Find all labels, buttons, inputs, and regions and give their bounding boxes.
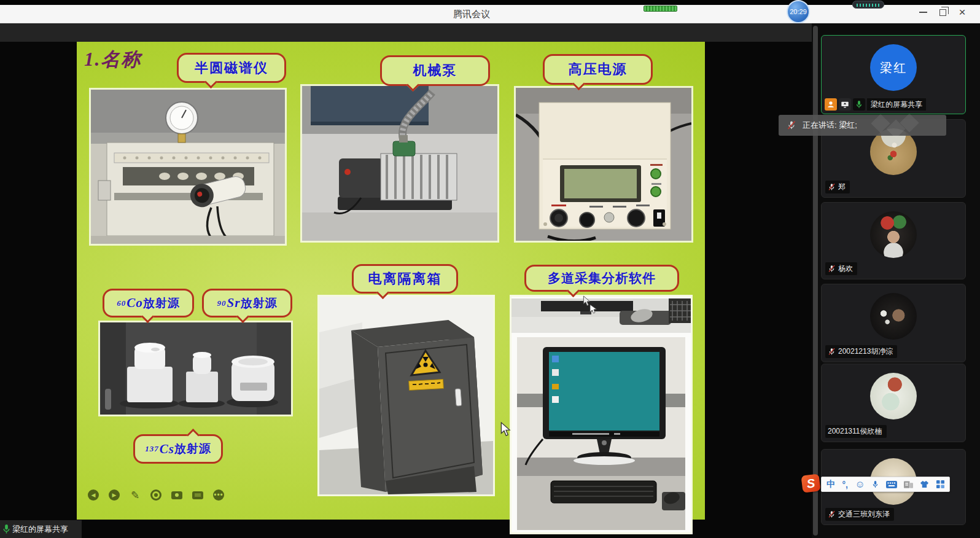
ionization-box-photo [317,295,495,496]
ime-voice-icon[interactable] [872,480,879,489]
ime-skin-icon[interactable] [920,480,929,488]
sidebar-scrollbar[interactable] [813,26,818,536]
presentation-slide: 1.名称 半圆磁谱仪 机械泵 高压电源 60Co放射源 90Sr放射源 [77,42,705,520]
minimize-button[interactable] [915,6,931,18]
element-symbol: Cs [160,442,174,457]
mouse-cursor-small [582,295,592,306]
restore-button[interactable] [935,6,951,18]
status-pill-indicator [852,1,884,9]
participant-name: 杨欢 [838,263,853,274]
callout-ionization-box: 电离隔离箱 [352,264,458,294]
mic-on-icon [2,524,11,534]
share-banner-text: 梁红的屏幕共享 [12,524,68,535]
mic-muted-icon [828,265,836,273]
mic-muted-icon [787,120,796,130]
callout-text: 电离隔离箱 [368,270,442,288]
ime-toolbar: S 中 °, ☺ [802,475,950,492]
callout-tail [204,76,217,88]
callout-text: 机械泵 [413,61,457,80]
mouse-cursor [499,422,513,437]
name-chip: 杨欢 [825,262,857,275]
comment-tool-icon[interactable] [192,489,203,501]
callout-analysis-software: 多道采集分析软件 [524,265,679,292]
meeting-toolbar-strip [0,23,812,42]
spectrometer-photo [89,88,287,246]
camera-tool-icon[interactable] [171,489,182,501]
ime-toolbox-icon[interactable] [936,480,944,488]
prev-slide-button[interactable]: ◀ [88,489,99,501]
name-chip: 郑 [825,181,850,193]
ime-dict-icon[interactable] [904,481,913,488]
mic-muted-icon [828,510,836,518]
titlebar: 腾讯会议 [0,5,980,23]
callout-pump: 机械泵 [380,55,490,86]
callout-text: 高压电源 [569,60,628,79]
recording-indicator [644,6,677,12]
tile-badges: 梁红的屏幕共享 [825,98,926,111]
callout-text: 放射源 [143,295,180,311]
speaking-toast-text: 正在讲话: 梁红; [803,120,857,131]
name-chip: 20021311侯欣楠 [825,425,887,438]
clock-bubble[interactable]: 20:29 [787,0,810,23]
participant-name: 交通三班刘东泽 [838,509,890,520]
callout-text: 放射源 [174,441,211,457]
name-chip: 20021213胡净淙 [825,345,897,358]
mic-muted-icon [828,183,836,191]
name-chip: 交通三班刘东泽 [825,508,894,521]
avatar-initials: 梁红 [880,60,907,76]
participant-name: 郑 [838,182,846,192]
close-button[interactable]: × [954,6,970,18]
speaking-toast: 正在讲话: 梁红; [779,115,946,136]
isotope-superscript: 90 [217,298,227,308]
element-symbol: Co [126,295,143,311]
pen-tool-icon[interactable]: ✎ [130,489,141,501]
participant-name: 20021213胡净淙 [838,346,893,357]
participant-name: 20021311侯欣楠 [828,426,882,437]
isotope-superscript: 137 [145,444,159,454]
callout-spectrometer: 半圆磁谱仪 [177,53,286,83]
analysis-software-photo [510,295,693,534]
more-tools-button[interactable]: ••• [213,489,224,501]
participants-sidebar: 梁红 梁红的屏幕共享 郑 [812,23,980,538]
callout-co60-source: 60Co放射源 [103,289,194,318]
mechanical-pump-photo [300,84,499,243]
participant-name: 梁红的屏幕共享 [867,98,926,111]
participant-tile-houxinnan[interactable]: 20021311侯欣楠 [821,364,966,442]
sogou-logo-icon[interactable]: S [801,474,820,493]
isotope-superscript: 60 [117,298,126,308]
screen-share-banner: 梁红的屏幕共享 [0,520,82,538]
screenshare-icon [839,98,851,111]
mic-muted-icon [828,348,836,356]
host-member-icon [825,98,837,111]
mic-on-icon [853,98,865,111]
screen-share-canvas: 1.名称 半圆磁谱仪 机械泵 高压电源 60Co放射源 90Sr放射源 [0,23,812,538]
callout-sr90-source: 90Sr放射源 [202,289,292,318]
radiation-sources-photo [98,321,293,416]
avatar [870,373,917,419]
participant-tile-hujingcong[interactable]: 20021213胡净淙 [821,284,966,362]
next-slide-button[interactable]: ▶ [109,489,120,501]
ime-keyboard-icon[interactable] [886,481,897,488]
avatar: 梁红 [870,44,917,91]
ime-emoji-icon[interactable]: ☺ [855,479,865,490]
participant-tile-lianghong[interactable]: 梁红 梁红的屏幕共享 [821,35,966,114]
callout-text: 放射源 [240,295,277,311]
callout-text: 多道采集分析软件 [548,270,656,287]
laser-pointer-icon[interactable] [150,489,161,501]
callout-tail [187,429,200,442]
slide-toolbar: ◀ ▶ ✎ ••• [88,489,224,501]
participant-tile-yanghuan[interactable]: 杨欢 [821,202,966,279]
ime-bar: 中 °, ☺ [821,477,950,492]
top-black-strip [0,0,980,5]
callout-cs137-source: 137Cs放射源 [133,434,223,464]
hv-power-supply-photo [514,86,693,243]
avatar [870,211,917,258]
callout-hv-supply: 高压电源 [543,54,653,85]
slide-heading: 1.名称 [84,47,141,72]
element-symbol: Sr [227,295,241,311]
avatar [870,293,917,340]
tencent-meeting-window: 腾讯会议 20:29 × 1.名称 半圆磁谱仪 机械泵 高压电源 60C [0,0,980,538]
ime-punctuation-icon[interactable]: °, [842,480,848,489]
clock-time: 20:29 [790,8,807,15]
ime-chinese-mode-icon[interactable]: 中 [826,479,835,490]
